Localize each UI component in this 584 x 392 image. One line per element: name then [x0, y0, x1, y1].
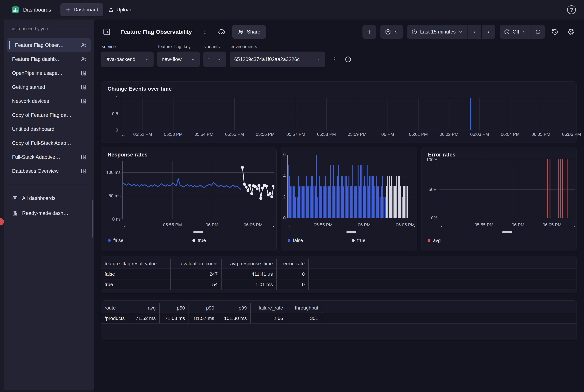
x-axis-label: 06:01 PM	[409, 132, 428, 137]
filter-environments-dropdown[interactable]: 651209c374a1f02aa2a3226c	[230, 52, 325, 67]
filter-feature_flag_key-dropdown[interactable]: new-flow	[157, 52, 200, 67]
column-header[interactable]: p90	[189, 303, 218, 313]
grid-icon	[12, 210, 18, 216]
sidebar-item-label: Untitled dashboard	[12, 126, 86, 132]
share-label: Share	[247, 29, 260, 35]
settings-button[interactable]: ⚙	[565, 26, 577, 38]
sidebar-scrollbar[interactable]	[92, 200, 93, 238]
time-back-button[interactable]	[468, 25, 481, 39]
filter-variants-dropdown[interactable]: *	[203, 52, 226, 67]
refresh-button[interactable]	[531, 25, 545, 39]
plot-area	[120, 98, 570, 130]
legend-item-false[interactable]: false	[108, 238, 123, 243]
scroll-left-arrow[interactable]: ←	[288, 222, 294, 228]
x-axis-label: 06:04 PM	[501, 132, 520, 137]
zoom-scrollbar-handle[interactable]	[502, 231, 512, 233]
y-axis-label: 100 ms	[102, 170, 120, 175]
x-axis: ←05:55 PM06 PM06:05 PM→	[122, 222, 274, 229]
zoom-scrollbar-handle[interactable]	[193, 231, 203, 233]
y-axis-label: 6	[281, 152, 286, 157]
sidebar-item[interactable]: OpenPipeline usage…	[7, 66, 91, 80]
zoom-scrollbar-handle[interactable]	[346, 231, 356, 233]
auto-refresh-selector[interactable]: Off	[500, 25, 531, 39]
column-header[interactable]: failure_rate	[251, 303, 287, 313]
sidebar-item[interactable]: Network devices	[7, 94, 91, 108]
column-header[interactable]: p99	[218, 303, 251, 313]
upload-button[interactable]: Upload	[103, 3, 137, 16]
legend-item-false[interactable]: false	[288, 238, 303, 243]
sidebar-item[interactable]: Copy of Feature Flag da…	[7, 108, 91, 122]
scroll-left-arrow[interactable]: ←	[121, 132, 126, 138]
table-row[interactable]: true541.01 ms0	[101, 280, 576, 290]
table-row[interactable]: false247411.41 µs0	[101, 269, 576, 280]
sync-status-button[interactable]	[216, 26, 228, 38]
sidebar-item[interactable]: Copy of Full-Stack Adap…	[7, 136, 91, 150]
y-axis-label: 0	[281, 216, 286, 220]
upload-label: Upload	[116, 7, 132, 13]
plus-icon	[65, 7, 71, 13]
sidebar-footer-item[interactable]: All dashboards	[7, 191, 91, 206]
y-axis-label: 0.5	[106, 112, 118, 116]
x-axis-label: 05:57 PM	[286, 132, 305, 137]
scroll-right-arrow[interactable]: →	[270, 222, 275, 228]
filter-label: variants	[203, 44, 226, 49]
collapse-panel-icon	[102, 28, 111, 36]
sidebar-list: Feature Flag Obser…Feature Flag dashb…Op…	[7, 38, 91, 178]
x-axis-label: 06:03 PM	[470, 132, 489, 137]
sidebar-footer-item[interactable]: Ready-made dash…	[7, 206, 91, 221]
sidebar-item[interactable]: Full-Stack Adaptive…	[7, 150, 91, 164]
column-header[interactable]: route	[101, 303, 130, 313]
time-forward-button[interactable]	[482, 25, 495, 39]
legend-item-avg[interactable]: avg	[428, 238, 441, 243]
help-button[interactable]: ?	[567, 5, 576, 14]
x-axis-label: 05:55 PM	[314, 222, 333, 228]
new-dashboard-button[interactable]: Dashboard	[60, 3, 103, 16]
sidebar-item[interactable]: Untitled dashboard	[7, 122, 91, 136]
collapse-sidebar-button[interactable]	[101, 26, 112, 38]
column-header[interactable]: p50	[160, 303, 189, 313]
legend-item-true[interactable]: true	[192, 238, 206, 243]
sidebar-item-label: Copy of Full-Stack Adap…	[12, 140, 86, 146]
scroll-right-arrow[interactable]: →	[570, 222, 576, 228]
legend-item-true[interactable]: true	[352, 238, 365, 243]
history-button[interactable]	[549, 26, 561, 38]
header-filler	[322, 303, 576, 313]
sidebar-item-label: Feature Flag Obser…	[12, 42, 81, 48]
scroll-left-arrow[interactable]: ←	[123, 222, 129, 228]
x-axis-label: 06:05 PM	[543, 222, 562, 228]
sidebar-item-label: Feature Flag dashb…	[12, 56, 81, 62]
scope-selector[interactable]	[380, 25, 403, 39]
x-axis-label: 06 PM	[381, 132, 394, 137]
filter-info-button[interactable]	[343, 52, 353, 67]
column-header[interactable]: feature_flag.result.value	[101, 258, 171, 268]
active-indicator	[9, 41, 10, 50]
sidebar-item[interactable]: Feature Flag dashb…	[7, 52, 91, 66]
column-header[interactable]: evaluation_count	[171, 258, 222, 268]
filter-menu-button[interactable]	[329, 52, 339, 67]
column-header[interactable]: avg_response_time	[222, 258, 277, 268]
column-header[interactable]: error_rate	[277, 258, 308, 268]
add-panel-button[interactable]	[362, 25, 376, 39]
brand[interactable]: Dashboards	[12, 6, 51, 14]
column-header[interactable]: avg	[130, 303, 160, 313]
dashboard-menu-button[interactable]	[199, 26, 211, 38]
sidebar-item[interactable]: Feature Flag Obser…	[7, 38, 91, 52]
table-row[interactable]: /products71.52 ms71.63 ms81.57 ms101.30 …	[101, 313, 576, 324]
folder-icon	[12, 195, 18, 201]
scroll-right-arrow[interactable]: →	[410, 222, 416, 228]
chevron-down-icon	[191, 57, 195, 62]
scroll-left-arrow[interactable]: ←	[440, 222, 446, 228]
share-button[interactable]: Share	[232, 25, 266, 39]
sidebar-item[interactable]: Getting started	[7, 80, 91, 94]
x-axis-label: 06 PM	[206, 222, 218, 228]
sidebar-item[interactable]: Databases Overview	[7, 164, 91, 178]
header-filler	[308, 258, 576, 268]
table-header-row: routeavgp50p90p99failure_ratethroughput	[101, 303, 576, 313]
column-header[interactable]: throughput	[287, 303, 322, 313]
evaluations-chart: 6420←05:55 PM06 PM06:05 PM→falsetrue	[281, 147, 417, 251]
panel-response-rates: Response rates 100 ms50 ms0 ns←05:55 PM0…	[101, 147, 276, 251]
chevron-down-icon	[394, 30, 398, 34]
scroll-right-arrow[interactable]: →	[565, 132, 570, 138]
filter-service-dropdown[interactable]: java-backend	[101, 52, 154, 67]
time-range-selector[interactable]: Last 15 minutes	[407, 25, 467, 39]
